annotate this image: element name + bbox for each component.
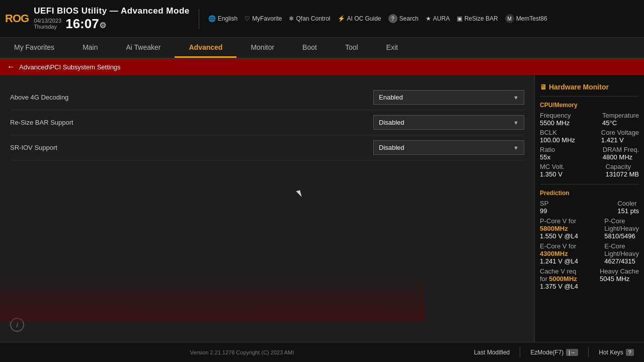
pcore-v-value: 1.550 V @L4 — [540, 232, 578, 240]
pcore-freq-highlight: 5800MHz — [540, 225, 578, 232]
hotkeys-button[interactable]: Hot Keys ? — [599, 349, 634, 356]
heavy-cache-label: Heavy Cache — [600, 267, 639, 275]
setting-above4g-label: Above 4G Decoding — [10, 94, 68, 101]
bios-time: 16:07⚙ — [65, 16, 106, 32]
footer-version: Version 2.21.1278 Copyright (C) 2023 AMI — [190, 349, 294, 355]
prediction-title: Prediction — [540, 190, 639, 197]
capacity-value: 131072 MB — [606, 170, 639, 178]
cache-v-label: Cache V req — [540, 267, 578, 275]
breadcrumb-back-button[interactable]: ← — [7, 62, 15, 71]
nav-boot[interactable]: Boot — [288, 38, 331, 58]
myfavorite-button[interactable]: ♡ MyFavorite — [245, 15, 282, 22]
search-icon: ? — [388, 14, 397, 23]
nav-aitweaker[interactable]: Ai Tweaker — [112, 38, 175, 58]
setting-sriov-label: SR-IOV Support — [10, 144, 57, 151]
temp-label: Temperature — [602, 112, 639, 119]
ratio-label: Ratio — [540, 146, 555, 153]
info-button[interactable]: i — [10, 318, 24, 332]
ezmode-button[interactable]: EzMode(F7) |→ — [530, 349, 578, 356]
pcore-lh-label: P-Core — [604, 217, 639, 225]
resizebar-button[interactable]: ▣ ReSize BAR — [457, 15, 498, 22]
aioc-icon: ⚡ — [338, 15, 345, 22]
main-layout: Above 4G Decoding Enabled ▼ Re-Size BAR … — [0, 75, 644, 342]
setting-above4g-dropdown[interactable]: Enabled ▼ — [373, 90, 524, 105]
sidebar-title: 🖥 Hardware Monitor — [540, 80, 639, 97]
breadcrumb-path: Advanced\PCI Subsystem Settings — [19, 63, 121, 71]
last-modified-button[interactable]: Last Modified — [474, 349, 510, 356]
bios-day: Thursday — [34, 24, 61, 30]
content-area: Above 4G Decoding Enabled ▼ Re-Size BAR … — [0, 75, 534, 342]
aioc-button[interactable]: ⚡ AI OC Guide — [338, 15, 381, 22]
setting-above4g-value: Enabled — [379, 94, 403, 101]
memtest-button[interactable]: M MemTest86 — [505, 14, 547, 23]
language-label: English — [218, 15, 237, 22]
setting-above4g: Above 4G Decoding Enabled ▼ — [10, 85, 524, 110]
footer: Version 2.21.1278 Copyright (C) 2023 AMI… — [0, 342, 644, 362]
navbar: My Favorites Main Ai Tweaker Advanced Mo… — [0, 38, 644, 59]
hardware-monitor-sidebar: 🖥 Hardware Monitor CPU/Memory Frequency … — [534, 75, 644, 342]
sidebar-divider — [540, 184, 639, 185]
last-modified-label: Last Modified — [474, 349, 510, 356]
cache-v-value: 1.375 V @L4 — [540, 283, 578, 290]
setting-resizebar-value: Disabled — [379, 119, 405, 126]
aura-icon: ★ — [426, 15, 431, 22]
nav-tool[interactable]: Tool — [331, 38, 372, 58]
bios-date: 04/13/2023 — [34, 18, 61, 24]
heavy-cache-value: 5045 MHz — [600, 275, 639, 283]
freq-value: 5500 MHz — [540, 119, 571, 127]
rog-logo: ROG — [5, 12, 29, 25]
dropdown-arrow-icon2: ▼ — [513, 120, 519, 126]
qfan-button[interactable]: ❄ Qfan Control — [289, 15, 330, 22]
logo-area: ROG UEFI BIOS Utility — Advanced Mode 04… — [5, 6, 190, 32]
aura-button[interactable]: ★ AURA — [426, 15, 450, 22]
mcvolt-label: MC Volt. — [540, 163, 565, 170]
header: ROG UEFI BIOS Utility — Advanced Mode 04… — [0, 0, 644, 38]
sp-value: 99 — [540, 207, 548, 215]
aura-label: AURA — [433, 15, 450, 22]
ratio-value: 55x — [540, 153, 555, 161]
search-label: Search — [399, 15, 419, 22]
nav-monitor[interactable]: Monitor — [236, 38, 288, 58]
top-icons: 🌐 English ♡ MyFavorite ❄ Qfan Control ⚡ … — [208, 14, 547, 23]
header-divider — [199, 9, 199, 29]
setting-resizebar-dropdown[interactable]: Disabled ▼ — [373, 115, 524, 130]
freq-label: Frequency — [540, 112, 571, 119]
hotkeys-label: Hot Keys — [599, 349, 623, 356]
ecore-lh-value: 4627/4315 — [604, 257, 639, 265]
dropdown-arrow-icon: ▼ — [513, 95, 519, 101]
ecore-v-value: 1.241 V @L4 — [540, 257, 578, 265]
dramfreq-label: DRAM Freq. — [603, 146, 639, 153]
qfan-label: Qfan Control — [296, 15, 330, 22]
nav-main[interactable]: Main — [68, 38, 112, 58]
setting-sriov-dropdown[interactable]: Disabled ▼ — [373, 140, 524, 155]
cooler-value: 151 pts — [617, 207, 639, 215]
setting-resizebar-label: Re-Size BAR Support — [10, 119, 73, 126]
search-button[interactable]: ? Search — [388, 14, 419, 23]
ecore-lh-label: E-Core — [604, 242, 639, 250]
corevolt-label: Core Voltage — [601, 129, 639, 136]
cache-for-label: for — [540, 275, 547, 283]
nav-favorites[interactable]: My Favorites — [0, 38, 68, 58]
qfan-icon: ❄ — [289, 15, 294, 22]
ecore-freq-highlight: 4300MHz — [540, 250, 578, 257]
resizebar-label: ReSize BAR — [464, 15, 498, 22]
nav-exit[interactable]: Exit — [372, 38, 412, 58]
footer-divider1 — [520, 347, 520, 357]
nav-advanced[interactable]: Advanced — [175, 38, 236, 58]
sp-label: SP — [540, 200, 548, 207]
monitor-icon: 🖥 — [540, 83, 549, 91]
cpu-memory-section: CPU/Memory Frequency 5500 MHz Temperatur… — [540, 102, 639, 178]
language-icon: 🌐 — [208, 15, 216, 22]
cooler-label: Cooler — [617, 200, 639, 207]
corevolt-value: 1.421 V — [601, 136, 639, 144]
ecore-lh-label2: Light/Heavy — [604, 250, 639, 257]
ezmode-label: EzMode(F7) — [530, 349, 564, 356]
myfavorite-icon: ♡ — [245, 15, 250, 22]
prediction-section: Prediction SP 99 Cooler 151 pts P-Core V… — [540, 190, 639, 290]
setting-sriov-value: Disabled — [379, 144, 405, 151]
myfavorite-label: MyFavorite — [252, 15, 282, 22]
hotkeys-badge: ? — [626, 349, 634, 356]
setting-resizebar: Re-Size BAR Support Disabled ▼ — [10, 110, 524, 135]
gear-icon: ⚙ — [99, 21, 106, 30]
language-button[interactable]: 🌐 English — [208, 15, 237, 22]
